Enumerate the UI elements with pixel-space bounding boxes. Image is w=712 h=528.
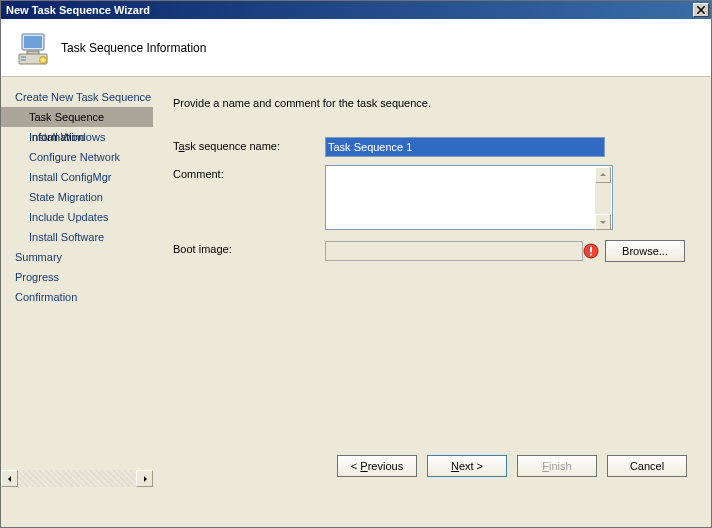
instruction-text: Provide a name and comment for the task …	[173, 95, 685, 109]
label-comment: Comment:	[173, 165, 325, 180]
banner: Task Sequence Information	[1, 19, 711, 77]
svg-rect-5	[21, 59, 26, 61]
previous-button[interactable]: < Previous	[337, 455, 417, 477]
window-title: New Task Sequence Wizard	[6, 4, 150, 16]
next-button[interactable]: Next >	[427, 455, 507, 477]
label-boot-image: Boot image:	[173, 240, 325, 255]
finish-button: Finish	[517, 455, 597, 477]
arrow-down-icon	[600, 219, 606, 225]
sidebar-item-install-windows[interactable]: Install Windows	[1, 127, 153, 147]
scroll-down-button[interactable]	[595, 214, 611, 230]
scroll-track[interactable]	[595, 183, 611, 214]
row-name: Task sequence name:	[173, 137, 685, 157]
main-area: Create New Task SequenceTask Sequence In…	[1, 77, 711, 487]
close-icon	[697, 6, 705, 14]
comment-textarea[interactable]	[325, 165, 613, 230]
scroll-track[interactable]	[18, 470, 136, 487]
arrow-right-icon	[142, 476, 148, 482]
scroll-up-button[interactable]	[595, 167, 611, 183]
content-panel: Provide a name and comment for the task …	[153, 77, 711, 487]
cancel-button[interactable]: Cancel	[607, 455, 687, 477]
sidebar-item-install-software[interactable]: Install Software	[1, 227, 153, 247]
sidebar-item-install-configmgr[interactable]: Install ConfigMgr	[1, 167, 153, 187]
row-comment: Comment:	[173, 165, 685, 232]
sidebar-item-state-migration[interactable]: State Migration	[1, 187, 153, 207]
banner-title: Task Sequence Information	[61, 41, 206, 55]
sidebar-item-confirmation[interactable]: Confirmation	[1, 287, 153, 307]
sidebar-horizontal-scrollbar[interactable]	[1, 470, 153, 487]
task-sequence-name-input[interactable]	[325, 137, 605, 157]
browse-button[interactable]: Browse...	[605, 240, 685, 262]
wizard-footer: < Previous Next > Finish Cancel	[153, 445, 711, 487]
arrow-left-icon	[7, 476, 13, 482]
sidebar-item-include-updates[interactable]: Include Updates	[1, 207, 153, 227]
arrow-up-icon	[600, 172, 606, 178]
wizard-icon	[15, 30, 51, 66]
title-bar: New Task Sequence Wizard	[1, 1, 711, 19]
svg-rect-8	[590, 247, 592, 253]
sidebar: Create New Task SequenceTask Sequence In…	[1, 77, 153, 487]
label-task-sequence-name: Task sequence name:	[173, 137, 325, 152]
svg-rect-9	[590, 254, 592, 256]
scroll-left-button[interactable]	[1, 470, 18, 487]
svg-rect-1	[24, 36, 42, 48]
warning-icon	[583, 243, 599, 259]
row-boot-image: Boot image: Browse...	[173, 240, 685, 262]
sidebar-item-create-new-task-sequence[interactable]: Create New Task Sequence	[1, 87, 153, 107]
close-button[interactable]	[693, 3, 709, 17]
sidebar-item-task-sequence-information[interactable]: Task Sequence Information	[1, 107, 153, 127]
svg-rect-4	[21, 56, 26, 58]
sidebar-item-summary[interactable]: Summary	[1, 247, 153, 267]
scroll-right-button[interactable]	[136, 470, 153, 487]
comment-scrollbar[interactable]	[595, 167, 611, 230]
sidebar-item-configure-network[interactable]: Configure Network	[1, 147, 153, 167]
sidebar-item-progress[interactable]: Progress	[1, 267, 153, 287]
boot-image-input	[325, 241, 583, 261]
nav-list: Create New Task SequenceTask Sequence In…	[1, 77, 153, 307]
